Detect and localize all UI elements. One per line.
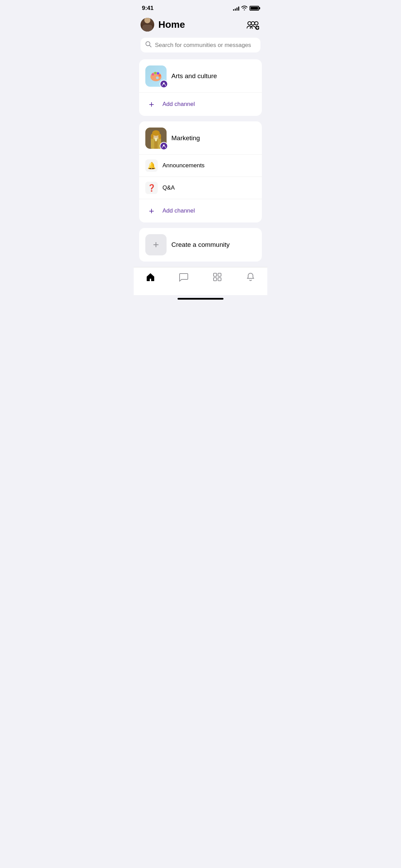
- community-badge-marketing: [160, 142, 168, 150]
- svg-point-2: [255, 22, 258, 25]
- header-left: Home: [141, 18, 185, 32]
- svg-rect-29: [218, 278, 221, 281]
- community-card-arts: Arts and culture + Add channel: [139, 59, 262, 116]
- svg-point-0: [248, 22, 251, 25]
- community-header-marketing[interactable]: Marketing: [139, 121, 262, 155]
- community-name-marketing: Marketing: [171, 134, 200, 142]
- svg-rect-27: [218, 273, 221, 276]
- search-icon: [145, 41, 151, 49]
- battery-icon: [250, 6, 259, 11]
- add-plus-icon-marketing: +: [145, 205, 158, 217]
- search-bar[interactable]: [141, 38, 260, 52]
- search-input[interactable]: [155, 42, 256, 49]
- channel-row-announcements[interactable]: 🔔 Announcements: [139, 155, 262, 177]
- main-content: Arts and culture + Add channel: [134, 59, 267, 267]
- add-plus-icon-arts: +: [145, 98, 158, 110]
- add-channel-label-arts: Add channel: [162, 101, 195, 108]
- create-community-card[interactable]: + Create a community: [139, 228, 262, 262]
- search-container: [134, 38, 267, 59]
- svg-point-10: [156, 76, 159, 79]
- nav-item-home[interactable]: [139, 271, 162, 286]
- home-nav-icon: [146, 272, 155, 284]
- announcements-icon: 🔔: [145, 159, 158, 172]
- community-name-arts: Arts and culture: [171, 72, 217, 80]
- community-icon-wrap-arts: [145, 65, 167, 87]
- communities-nav-icon: [212, 272, 222, 284]
- svg-point-21: [151, 134, 154, 139]
- svg-point-22: [158, 134, 161, 139]
- page-title: Home: [158, 19, 185, 30]
- status-bar: 9:41: [134, 0, 267, 14]
- add-channel-label-marketing: Add channel: [162, 207, 195, 214]
- status-time: 9:41: [142, 5, 154, 12]
- bottom-nav: [134, 267, 267, 295]
- create-community-label: Create a community: [171, 241, 230, 249]
- nav-item-notifications[interactable]: [239, 271, 262, 286]
- home-indicator: [178, 298, 223, 300]
- svg-point-13: [157, 72, 159, 75]
- svg-rect-28: [214, 278, 217, 281]
- notifications-nav-icon: [246, 272, 255, 284]
- header: Home: [134, 14, 267, 38]
- qna-icon: ❓: [145, 182, 158, 194]
- messages-nav-icon: [179, 272, 189, 284]
- nav-item-messages[interactable]: [172, 271, 195, 286]
- add-community-button[interactable]: [245, 17, 260, 32]
- svg-point-12: [154, 72, 157, 74]
- svg-point-11: [152, 73, 154, 76]
- community-icon-wrap-marketing: [145, 128, 167, 149]
- add-channel-arts[interactable]: + Add channel: [139, 93, 262, 116]
- svg-rect-26: [214, 273, 217, 276]
- wifi-icon: [241, 5, 247, 11]
- svg-point-14: [159, 74, 161, 77]
- add-channel-marketing[interactable]: + Add channel: [139, 199, 262, 222]
- svg-line-7: [149, 45, 151, 47]
- avatar[interactable]: [141, 18, 154, 32]
- create-community-icon: +: [145, 234, 167, 255]
- community-card-marketing: Marketing 🔔 Announcements ❓ Q&A + Add ch…: [139, 121, 262, 222]
- svg-point-1: [251, 22, 255, 25]
- community-header-arts[interactable]: Arts and culture: [139, 59, 262, 93]
- channel-name-qna: Q&A: [162, 184, 175, 191]
- nav-item-communities[interactable]: [206, 271, 229, 286]
- channel-name-announcements: Announcements: [162, 162, 205, 169]
- channel-row-qna[interactable]: ❓ Q&A: [139, 177, 262, 199]
- signal-icon: [233, 6, 239, 11]
- community-badge-arts: [160, 80, 168, 88]
- status-icons: [233, 5, 259, 11]
